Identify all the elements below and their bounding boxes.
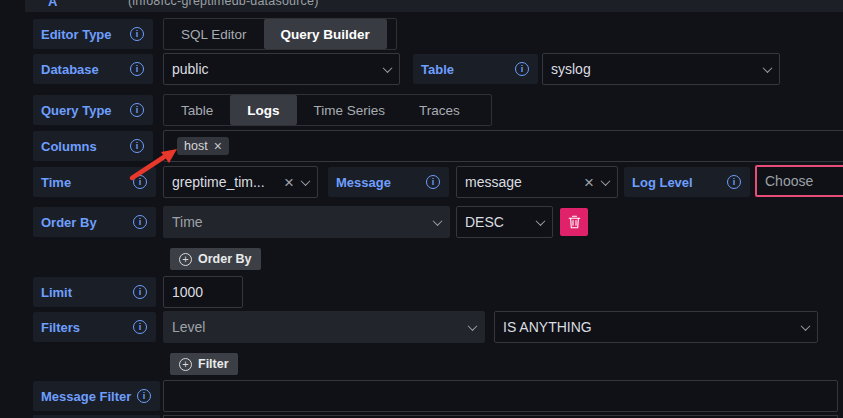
query-header-bar[interactable]: A (info8fcc-greptimedb-datasource) xyxy=(25,0,843,12)
table-select[interactable]: syslog xyxy=(542,53,780,85)
info-icon[interactable]: i xyxy=(426,175,440,189)
editor-type-option-sql[interactable]: SQL Editor xyxy=(164,19,264,49)
message-filter-label: Message Filter i xyxy=(33,381,160,411)
add-order-by-label: Order By xyxy=(198,252,252,266)
limit-label-text: Limit xyxy=(41,285,72,300)
message-label: Message i xyxy=(328,167,449,197)
remove-tag-icon[interactable]: × xyxy=(214,139,222,153)
database-select[interactable]: public xyxy=(163,53,400,85)
log-level-placeholder: Choose xyxy=(765,173,843,189)
order-by-label: Order By i xyxy=(33,207,156,237)
query-ref-id: A xyxy=(48,0,57,9)
add-filter-button[interactable]: + Filter xyxy=(170,353,238,375)
add-filter-label: Filter xyxy=(198,357,229,371)
columns-label-text: Columns xyxy=(41,139,97,154)
database-label: Database i xyxy=(33,54,153,84)
query-type-option-timeseries[interactable]: Time Series xyxy=(297,95,403,125)
add-order-by-button[interactable]: + Order By xyxy=(170,248,261,270)
info-icon[interactable]: i xyxy=(133,285,147,299)
columns-multiselect[interactable]: host × xyxy=(163,130,843,162)
info-icon[interactable]: i xyxy=(137,389,151,403)
chevron-down-icon xyxy=(468,321,478,331)
time-label-text: Time xyxy=(41,175,71,190)
trash-icon xyxy=(568,215,581,229)
info-icon[interactable]: i xyxy=(130,27,144,41)
query-type-label-text: Query Type xyxy=(41,103,112,118)
info-icon[interactable]: i xyxy=(515,62,529,76)
chevron-down-icon xyxy=(383,63,393,73)
database-value: public xyxy=(172,61,376,77)
order-by-direction-value: DESC xyxy=(465,214,529,230)
order-by-label-text: Order By xyxy=(41,215,97,230)
chevron-down-icon xyxy=(601,176,611,186)
filter-operator-select[interactable]: IS ANYTHING xyxy=(494,311,818,343)
chevron-down-icon xyxy=(301,176,311,186)
clear-icon[interactable]: × xyxy=(584,174,594,191)
datasource-note: (info8fcc-greptimedb-datasource) xyxy=(128,0,319,8)
order-by-field-select[interactable]: Time xyxy=(163,206,450,238)
plus-circle-icon: + xyxy=(179,358,192,371)
query-type-option-table[interactable]: Table xyxy=(164,95,230,125)
query-type-label: Query Type i xyxy=(33,95,153,125)
chevron-down-icon xyxy=(433,216,443,226)
filters-label: Filters i xyxy=(33,312,156,342)
editor-type-label: Editor Type i xyxy=(33,19,153,49)
order-by-direction-select[interactable]: DESC xyxy=(456,206,553,238)
message-label-text: Message xyxy=(336,175,391,190)
remove-order-by-button[interactable] xyxy=(560,208,588,236)
filters-label-text: Filters xyxy=(41,320,80,335)
info-icon[interactable]: i xyxy=(133,215,147,229)
table-label-text: Table xyxy=(421,62,454,77)
log-level-label: Log Level i xyxy=(624,167,750,197)
message-column-select[interactable]: message × xyxy=(456,166,618,198)
table-label: Table i xyxy=(413,54,538,84)
message-filter-input[interactable] xyxy=(163,380,838,412)
query-type-option-traces[interactable]: Traces xyxy=(402,95,477,125)
editor-type-label-text: Editor Type xyxy=(41,27,112,42)
annotation-arrow xyxy=(118,134,190,186)
order-by-field-value: Time xyxy=(172,214,426,230)
database-label-text: Database xyxy=(41,62,99,77)
info-icon[interactable]: i xyxy=(130,103,144,117)
chevron-down-icon xyxy=(801,321,811,331)
table-value: syslog xyxy=(551,61,756,77)
chevron-down-icon xyxy=(763,63,773,73)
limit-label: Limit i xyxy=(33,277,156,307)
editor-type-group: SQL Editor Query Builder xyxy=(163,18,397,50)
message-column-value: message xyxy=(465,174,576,190)
editor-type-option-builder[interactable]: Query Builder xyxy=(264,19,387,49)
clear-icon[interactable]: × xyxy=(284,174,294,191)
limit-input[interactable] xyxy=(163,276,243,308)
message-filter-label-text: Message Filter xyxy=(41,389,131,404)
info-icon[interactable]: i xyxy=(130,62,144,76)
query-type-option-logs[interactable]: Logs xyxy=(230,95,296,125)
info-icon[interactable]: i xyxy=(133,320,147,334)
chevron-down-icon xyxy=(536,216,546,226)
filter-field-select[interactable]: Level xyxy=(163,311,485,343)
plus-circle-icon: + xyxy=(179,253,192,266)
filter-operator-value: IS ANYTHING xyxy=(503,319,794,335)
info-icon[interactable]: i xyxy=(727,175,741,189)
filter-field-value: Level xyxy=(172,319,461,335)
log-level-select[interactable]: Choose xyxy=(755,165,843,197)
log-level-label-text: Log Level xyxy=(632,175,693,190)
query-editor: A (info8fcc-greptimedb-datasource) Edito… xyxy=(0,0,843,418)
query-type-group: Table Logs Time Series Traces xyxy=(163,94,492,126)
